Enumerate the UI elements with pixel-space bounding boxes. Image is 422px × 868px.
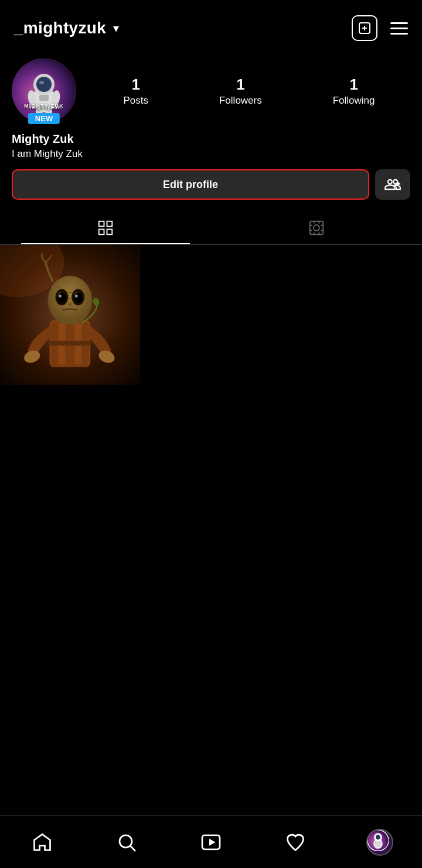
- profile-section: _mightyzuk MIGHTY ZUK NEW 1 Posts 1 Foll…: [0, 53, 422, 200]
- bottom-navigation: [0, 815, 422, 868]
- tagged-icon: [308, 219, 325, 237]
- buttons-row: Edit profile: [12, 169, 410, 200]
- svg-line-51: [131, 846, 135, 850]
- profile-bio: I am Mighty Zuk: [12, 148, 410, 160]
- stat-posts[interactable]: 1 Posts: [123, 76, 148, 107]
- menu-line-3: [390, 33, 408, 35]
- svg-point-46: [59, 295, 62, 298]
- svg-point-6: [36, 77, 52, 92]
- svg-point-7: [39, 81, 44, 84]
- svg-rect-19: [310, 221, 324, 235]
- svg-rect-15: [99, 221, 104, 227]
- svg-point-44: [57, 293, 66, 303]
- profile-display-name: Mighty Zuk: [12, 132, 410, 146]
- app-header: _mightyzuk ▾: [0, 0, 422, 53]
- posts-label: Posts: [123, 95, 148, 107]
- svg-point-47: [75, 295, 78, 298]
- nav-activity[interactable]: [278, 825, 313, 860]
- tab-grid[interactable]: [0, 211, 211, 244]
- heart-icon: [285, 832, 306, 853]
- grid-icon: [97, 219, 114, 237]
- svg-point-50: [120, 835, 132, 848]
- nav-search[interactable]: [109, 825, 144, 860]
- followers-count: 1: [236, 76, 244, 94]
- svg-point-45: [74, 293, 82, 303]
- stat-followers[interactable]: 1 Followers: [219, 76, 262, 107]
- username-text[interactable]: _mightyzuk: [14, 19, 106, 37]
- svg-point-20: [314, 225, 319, 231]
- menu-line-2: [390, 28, 408, 29]
- stats-row: 1 Posts 1 Followers 1 Following: [88, 76, 410, 107]
- followers-label: Followers: [219, 95, 262, 107]
- chevron-down-icon[interactable]: ▾: [113, 21, 119, 35]
- svg-rect-35: [49, 341, 92, 346]
- add-post-button[interactable]: [352, 15, 377, 41]
- nav-reels[interactable]: [193, 825, 229, 860]
- groot-svg: [0, 245, 140, 385]
- reels-icon: [200, 832, 222, 853]
- content-tabs: [0, 211, 422, 245]
- groot-thumbnail: [0, 245, 140, 385]
- svg-rect-16: [107, 221, 113, 227]
- svg-point-39: [48, 276, 93, 325]
- profile-top: _mightyzuk MIGHTY ZUK NEW 1 Posts 1 Foll…: [12, 59, 410, 123]
- svg-rect-12: [39, 95, 49, 101]
- avatar-label-text: MIGHTY ZUK: [24, 103, 64, 109]
- nav-profile[interactable]: [362, 825, 397, 860]
- new-badge: NEW: [28, 113, 60, 124]
- header-left: _mightyzuk ▾: [14, 19, 119, 37]
- svg-rect-18: [107, 230, 113, 235]
- edit-profile-button[interactable]: Edit profile: [12, 169, 369, 200]
- header-right: [352, 15, 408, 41]
- avatar-wrap[interactable]: _mightyzuk MIGHTY ZUK NEW: [12, 59, 76, 123]
- profile-avatar-nav: [366, 829, 393, 856]
- add-person-button[interactable]: [375, 169, 410, 200]
- posts-count: 1: [132, 76, 140, 94]
- svg-marker-53: [209, 839, 216, 846]
- home-icon: [32, 832, 53, 853]
- search-icon: [116, 832, 137, 853]
- nav-avatar-image: [367, 830, 389, 851]
- menu-line-1: [390, 22, 408, 24]
- nav-home[interactable]: [25, 825, 60, 860]
- add-person-icon: [384, 176, 401, 193]
- photo-grid: [0, 245, 422, 385]
- svg-point-57: [375, 834, 380, 839]
- grid-item-1[interactable]: [0, 245, 140, 385]
- svg-point-48: [67, 302, 72, 306]
- menu-button[interactable]: [390, 22, 408, 35]
- tab-tagged[interactable]: [211, 211, 422, 244]
- following-label: Following: [333, 95, 375, 107]
- svg-rect-17: [99, 230, 104, 235]
- stat-following[interactable]: 1 Following: [333, 76, 375, 107]
- following-count: 1: [349, 76, 358, 94]
- plus-square-icon: [358, 21, 372, 35]
